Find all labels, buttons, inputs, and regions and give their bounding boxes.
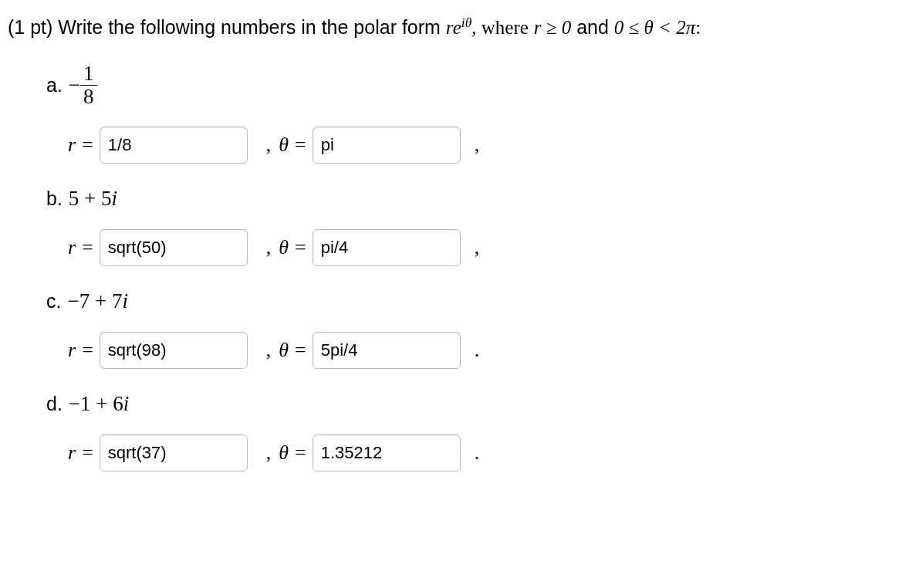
cond-and: and [576,16,609,38]
subpart-letter: a. [46,74,63,96]
r-input-a[interactable] [100,127,248,164]
expr-prefix: − [69,73,80,97]
theta-input-b[interactable] [313,229,461,266]
subpart-c-label: c. −7 + 7i [46,289,901,313]
question-prompt: (1 pt) Write the following numbers in th… [8,14,901,41]
subpart-a-label: a. − 1 8 [46,63,901,108]
expr-d: −1 + 6i [69,392,129,416]
sep-comma: , [266,441,272,465]
eq-sign: = [82,133,93,157]
eq-sign: = [295,133,306,157]
polar-form-r: r [446,17,453,38]
theta-input-d[interactable] [313,434,461,471]
eq-sign: = [82,339,93,362]
theta-label: θ [279,441,289,465]
r-input-c[interactable] [100,332,248,369]
theta-input-c[interactable] [313,332,461,369]
prompt-text-1: Write the following numbers in the polar… [58,16,441,38]
answer-row-d: r = , θ = . [68,434,901,471]
trail-c: . [475,339,480,362]
r-label: r [68,133,76,157]
subpart-d-label: d. −1 + 6i [46,392,901,416]
sep-comma: , [266,133,272,157]
points-label: (1 pt) [8,16,52,38]
question-page: (1 pt) Write the following numbers in th… [0,0,909,502]
polar-form-exp: iθ [461,15,471,30]
trail-d: . [475,441,480,465]
subpart-b: b. 5 + 5i r = , θ = , [46,187,901,266]
fraction: 1 8 [80,63,97,108]
subpart-d: d. −1 + 6i r = , θ = . [46,392,901,471]
subpart-letter: b. [46,188,63,210]
eq-sign: = [295,441,306,465]
sep-comma: , [266,339,272,362]
answer-row-c: r = , θ = . [68,332,901,369]
r-label: r [68,339,76,362]
trail-a: , [475,133,480,157]
fraction-den: 8 [80,86,97,108]
answer-row-a: r = , θ = , [68,127,901,164]
prompt-text-2: , where [471,17,529,38]
fraction-num: 1 [80,63,97,86]
polar-form-e: e [453,17,461,38]
prompt-colon: : [695,17,701,38]
theta-label: θ [279,339,289,362]
subparts: a. − 1 8 r = , θ = , b. 5 + [46,63,901,471]
cond-r: r ≥ 0 [534,17,571,38]
subpart-letter: c. [46,290,61,313]
r-label: r [68,441,76,465]
eq-sign: = [295,236,306,259]
theta-input-a[interactable] [313,127,461,164]
cond-theta: 0 ≤ θ < 2π [614,17,695,38]
expr-c: −7 + 7i [67,289,127,313]
subpart-a: a. − 1 8 r = , θ = , [46,63,901,164]
trail-b: , [475,236,480,259]
r-input-d[interactable] [100,434,248,471]
eq-sign: = [82,236,93,259]
subpart-b-label: b. 5 + 5i [46,187,901,211]
eq-sign: = [295,339,306,362]
r-input-b[interactable] [100,229,248,266]
r-label: r [68,236,76,259]
theta-label: θ [279,236,289,259]
eq-sign: = [82,441,93,465]
theta-label: θ [279,133,289,157]
sep-comma: , [266,236,272,259]
answer-row-b: r = , θ = , [68,229,901,266]
expr-b: 5 + 5i [69,187,117,211]
subpart-c: c. −7 + 7i r = , θ = . [46,289,901,369]
subpart-letter: d. [46,393,63,415]
